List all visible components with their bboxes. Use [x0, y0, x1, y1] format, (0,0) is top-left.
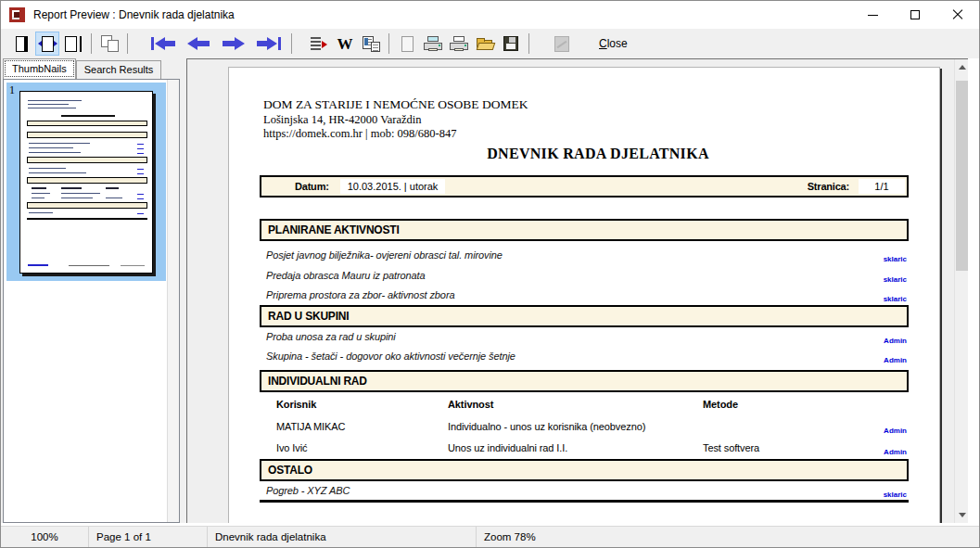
activity-author: sklaric [884, 255, 907, 263]
status-scale: 100% [1, 527, 89, 547]
close-button-label: Close [599, 37, 628, 50]
export-page-button[interactable] [395, 32, 419, 56]
activity-item: Proba unosa za rad u skupini Admin [260, 331, 909, 346]
activity-item: Skupina - šetači - dogovor oko aktivnost… [260, 350, 909, 365]
whole-page-icon [16, 36, 28, 52]
maximize-icon [910, 10, 920, 19]
date-value: 10.03.2015. | utorak [340, 179, 446, 194]
activity-author: Admin [884, 337, 907, 345]
page-width-button[interactable] [35, 32, 59, 56]
activity-author: Admin [884, 356, 907, 364]
copy-page-button[interactable] [359, 32, 383, 56]
section-header-individualni-rad: INDIVIDUALNI RAD [260, 370, 909, 392]
tab-thumbnails[interactable]: ThumbNails [3, 58, 76, 79]
activity-text: Predaja obrasca Mauru iz patronata [260, 270, 425, 281]
search-text-button[interactable] [333, 32, 357, 56]
scrollbar-thumb[interactable] [956, 81, 968, 271]
page-default-icon [80, 36, 82, 52]
edit-disabled-icon [554, 36, 569, 52]
activity-item: Pogreb - XYZ ABC sklaric [260, 485, 909, 500]
col-header-metode: Metode [703, 399, 738, 410]
whole-page-button[interactable] [9, 32, 33, 56]
toolbar-separator [528, 33, 529, 54]
last-page-button[interactable] [252, 32, 286, 56]
goto-page-button[interactable] [307, 32, 331, 56]
multi-page-icon [101, 35, 119, 52]
minimize-button[interactable] [851, 1, 894, 29]
print-setup-icon [424, 36, 442, 51]
toolbar: Close [1, 29, 979, 58]
page-default-icon [65, 36, 77, 52]
status-zoom: Zoom 78% [477, 527, 543, 547]
export-page-icon [401, 36, 414, 52]
section-bottom-rule [260, 500, 909, 503]
col-header-korisnik: Korisnik [276, 399, 316, 410]
first-page-icon [151, 37, 175, 50]
table-row: MATIJA MIKAC Individualno - unos uz kori… [260, 421, 909, 436]
prev-page-icon [187, 37, 210, 50]
cell-korisnik: Ivo Ivić [276, 442, 307, 453]
status-bar: 100% Page 1 of 1 Dnevnik rada djelatnika… [1, 526, 979, 547]
date-page-row: Datum: 10.03.2015. | utorak Stranica: 1/… [260, 175, 909, 198]
copy-page-icon [363, 36, 380, 52]
status-page: Page 1 of 1 [89, 527, 208, 547]
status-doc-name: Dnevnik rada djelatnika [208, 527, 477, 547]
date-label: Datum: [295, 181, 329, 192]
table-header-row: Korisnik Aktivnost Metode [260, 399, 909, 414]
section-header-rad-u-skupini: RAD U SKUPINI [260, 305, 909, 327]
left-panel: ThumbNails Search Results 1 [1, 58, 186, 523]
prev-page-button[interactable] [182, 32, 215, 56]
activity-text: Posjet javnog bilježnika- ovjereni obras… [260, 249, 503, 261]
minimize-icon [868, 15, 878, 16]
next-page-icon [223, 37, 245, 50]
page-label: Stranica: [808, 181, 849, 192]
print-icon [450, 36, 468, 51]
activity-text: Skupina - šetači - dogovor oko aktivnost… [260, 350, 515, 362]
edit-disabled-button [550, 32, 574, 56]
page-default-button[interactable] [61, 32, 85, 56]
close-button[interactable]: Close [590, 33, 637, 54]
first-page-button[interactable] [146, 32, 180, 56]
multi-page-button[interactable] [97, 32, 121, 56]
window-title: Report Preview : Dnevnik rada djelatnika [33, 8, 235, 21]
row-author: Admin [884, 427, 907, 435]
next-page-button[interactable] [217, 32, 250, 56]
app-report-icon [9, 7, 25, 22]
toolbar-separator [127, 33, 128, 54]
save-floppy-icon [503, 36, 518, 51]
close-window-button[interactable] [936, 1, 979, 29]
document-vertical-scrollbar[interactable] [954, 59, 968, 523]
thumbnail-scrollbar[interactable] [167, 80, 179, 522]
col-header-aktivnost: Aktivnost [448, 399, 493, 410]
maximize-button[interactable] [894, 1, 936, 29]
org-address: Lošinjska 14, HR-42000 Varaždin [263, 113, 422, 127]
open-report-button[interactable] [473, 32, 497, 56]
scroll-down-button[interactable] [955, 507, 968, 523]
thumbnail-item-1[interactable]: 1 [6, 83, 166, 281]
activity-text: Proba unosa za rad u skupini [260, 331, 396, 342]
toolbar-separator [388, 33, 389, 54]
document-area: DOM ZA STARIJE I NEMOĆNE OSOBE DOMEK Loš… [186, 58, 968, 523]
thumbnail-panel: 1 [3, 79, 180, 523]
document-title: DNEVNIK RADA DJELATNIKA [260, 146, 909, 162]
save-report-button[interactable] [499, 32, 523, 56]
activity-author: sklaric [884, 275, 907, 284]
activity-author: sklaric [884, 295, 907, 303]
print-button[interactable] [447, 32, 471, 56]
scroll-up-button[interactable] [955, 59, 968, 75]
cell-aktivnost: Unos uz individualni rad I.I. [448, 442, 567, 453]
page-width-icon [54, 41, 57, 46]
toolbar-separator [291, 33, 292, 54]
table-row: Ivo Ivić Unos uz individualni rad I.I. T… [260, 442, 909, 457]
page-value: 1/1 [859, 179, 905, 194]
activity-item: Predaja obrasca Mauru iz patronata sklar… [260, 270, 909, 285]
print-setup-button[interactable] [421, 32, 445, 56]
scroll-down-icon [959, 513, 966, 517]
thumbnail-page-preview [19, 91, 153, 274]
page-width-icon [42, 36, 54, 52]
open-folder-icon [477, 38, 494, 50]
tab-search-results[interactable]: Search Results [76, 60, 162, 79]
cell-aktivnost: Individualno - unos uz korisnika (neobve… [448, 421, 645, 432]
cell-metode: Test softvera [703, 442, 759, 453]
cell-korisnik: MATIJA MIKAC [276, 421, 345, 432]
